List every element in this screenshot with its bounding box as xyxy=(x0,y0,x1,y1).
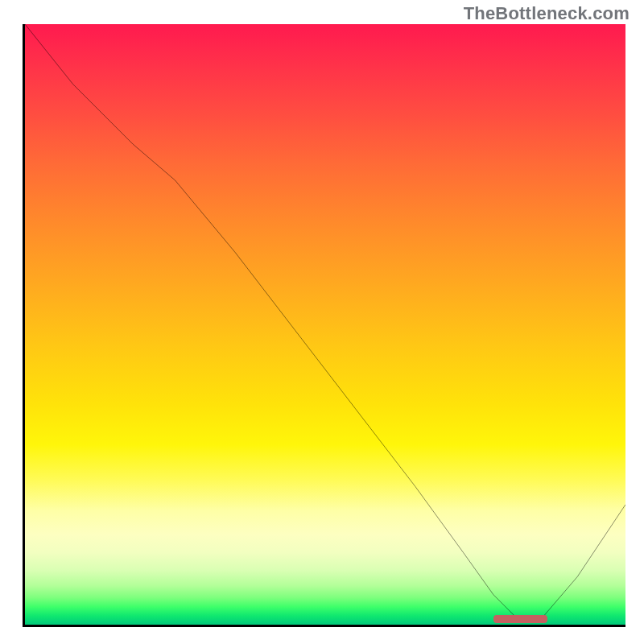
gradient-background xyxy=(25,24,625,625)
chart-container: TheBottleneck.com xyxy=(0,0,644,644)
watermark-label: TheBottleneck.com xyxy=(464,3,630,24)
optimal-range-marker xyxy=(493,615,547,623)
plot-area xyxy=(23,24,625,627)
